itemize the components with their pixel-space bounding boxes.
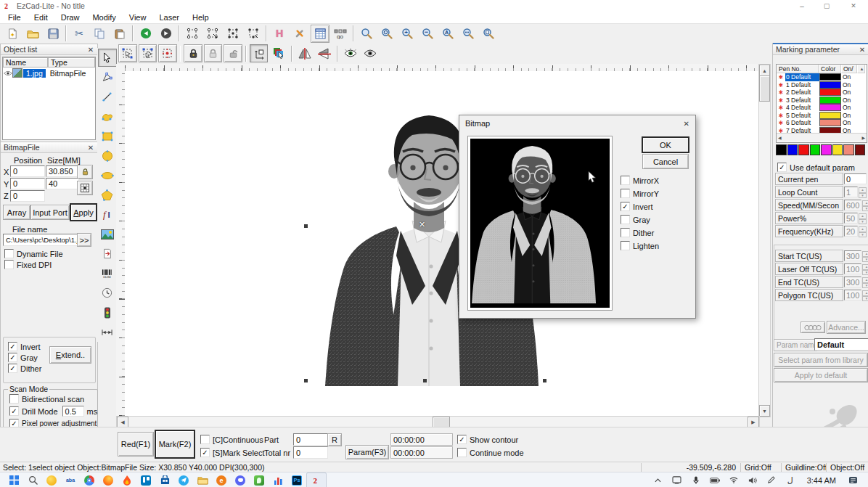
- ok-button[interactable]: OK: [642, 137, 689, 152]
- param-value-field[interactable]: 300: [844, 250, 861, 261]
- param-name-field[interactable]: Default: [814, 338, 868, 351]
- trello-icon[interactable]: [136, 473, 155, 487]
- color-swatch[interactable]: [855, 144, 866, 155]
- spinner[interactable]: ▲▼: [862, 251, 868, 261]
- y-position-field[interactable]: 0: [10, 178, 45, 189]
- selection-handle[interactable]: [304, 224, 308, 228]
- pen-row[interactable]: ∗ 4 Default On: [777, 104, 867, 112]
- show-contour-checkbox[interactable]: [457, 435, 467, 444]
- color-swatch[interactable]: [787, 144, 798, 155]
- continue-mode-checkbox[interactable]: [457, 448, 467, 457]
- lock-dark-icon[interactable]: [184, 44, 202, 62]
- cancel-button[interactable]: Cancel: [642, 154, 689, 169]
- zoom-icon[interactable]: [357, 25, 376, 43]
- select-tool[interactable]: [98, 49, 117, 67]
- object-list-row[interactable]: 1.jpg BitmapFile: [3, 67, 95, 78]
- advance-button[interactable]: Advance...: [827, 321, 866, 334]
- color-swatch[interactable]: [810, 144, 821, 155]
- pen-row[interactable]: ∗ 3 Default On: [777, 97, 867, 105]
- undo-icon[interactable]: [136, 25, 155, 43]
- minimize-button[interactable]: –: [790, 0, 814, 12]
- scroll-up-arrow[interactable]: ▲: [759, 65, 770, 76]
- drill-time-field[interactable]: 0.5: [62, 406, 84, 417]
- col-pen-no[interactable]: Pen No.: [777, 65, 819, 73]
- select-param-library-button[interactable]: Select param from library: [774, 353, 868, 367]
- selection-handle[interactable]: [423, 379, 427, 382]
- ellipse-tool[interactable]: [98, 166, 117, 184]
- option-checkbox[interactable]: [621, 215, 630, 224]
- spinner[interactable]: ▲▼: [862, 290, 868, 300]
- mirror-x-icon[interactable]: [295, 44, 314, 62]
- option-checkbox[interactable]: [621, 202, 630, 211]
- param-value-field[interactable]: 100: [844, 263, 861, 274]
- table-icon[interactable]: [311, 25, 329, 43]
- file-path-field[interactable]: C:\Users\pc\Desktop\1.jp: [3, 234, 80, 246]
- param-value-field[interactable]: 0: [844, 173, 867, 184]
- menu-item[interactable]: Draw: [54, 12, 86, 23]
- mirror-y-icon[interactable]: [315, 44, 334, 62]
- app-chart-icon[interactable]: [269, 473, 287, 487]
- color-swatch[interactable]: [821, 144, 832, 155]
- ungroup-icon[interactable]: [203, 25, 222, 43]
- chevron-up-icon[interactable]: [649, 473, 668, 487]
- menu-item[interactable]: Modify: [86, 12, 122, 23]
- tools-icon[interactable]: [290, 25, 309, 43]
- file-explorer-icon[interactable]: [193, 473, 212, 487]
- pen-scroll-left[interactable]: ◀: [777, 135, 782, 140]
- app-eitaa-icon[interactable]: e: [212, 473, 231, 487]
- scroll-left-arrow[interactable]: ◀: [117, 417, 128, 427]
- param-value-field[interactable]: 600: [844, 200, 861, 210]
- close-icon[interactable]: ✕: [858, 46, 867, 54]
- save-icon[interactable]: [44, 25, 62, 43]
- ezcad-taskbar-icon[interactable]: 2: [306, 472, 327, 487]
- telegram-icon[interactable]: [174, 473, 193, 487]
- circle-tool[interactable]: [98, 147, 117, 165]
- pen-row[interactable]: ∗ 7 Default On: [777, 127, 867, 134]
- drill-mode-checkbox[interactable]: [9, 406, 19, 416]
- y-size-field[interactable]: 40: [46, 178, 79, 189]
- vertical-scrollbar[interactable]: ▲ ▼: [758, 64, 771, 417]
- color-swatch[interactable]: [798, 144, 809, 155]
- bidirectional-checkbox[interactable]: [9, 394, 19, 404]
- pen-icon[interactable]: [762, 473, 781, 487]
- bitmapfile-header[interactable]: BitmapFile ✕: [1, 142, 97, 153]
- color-swatch[interactable]: [776, 144, 787, 155]
- ms-store-icon[interactable]: [155, 473, 174, 487]
- battery-icon[interactable]: [705, 473, 724, 487]
- object-list-col-name[interactable]: Name: [3, 57, 48, 67]
- horizontal-scroll-thumb[interactable]: [433, 417, 450, 427]
- menu-item[interactable]: File: [1, 12, 28, 23]
- pen-row[interactable]: ∗ 2 Default On: [777, 89, 867, 97]
- close-icon[interactable]: ✕: [86, 144, 95, 152]
- part-count-field[interactable]: 0: [293, 433, 328, 446]
- mark-f2-button[interactable]: Mark(F2): [155, 430, 195, 458]
- visibility-eye-icon[interactable]: [3, 70, 12, 77]
- redo-icon[interactable]: [157, 25, 176, 43]
- param-value-field[interactable]: 300: [844, 277, 861, 287]
- col-on[interactable]: On/: [841, 65, 857, 73]
- delay-tool[interactable]: [98, 284, 117, 302]
- close-button[interactable]: ✕: [839, 0, 868, 12]
- param-value-field[interactable]: 1: [844, 187, 858, 197]
- object-list-header[interactable]: Object list ✕: [1, 44, 97, 55]
- maximize-button[interactable]: ▢: [814, 0, 839, 12]
- io-tool[interactable]: [98, 303, 117, 322]
- input-port-button[interactable]: Input Port: [30, 205, 70, 220]
- paste-icon[interactable]: [110, 25, 129, 43]
- fixed-dpi-checkbox[interactable]: [4, 260, 14, 269]
- total-count-field[interactable]: 0: [293, 446, 328, 459]
- copy-icon[interactable]: [90, 25, 109, 43]
- invert-checkbox[interactable]: [8, 342, 17, 351]
- zoom-select-icon[interactable]: [459, 25, 478, 43]
- search-icon[interactable]: [23, 473, 42, 487]
- aspect-lock-button[interactable]: [77, 165, 93, 179]
- lock-gray-icon[interactable]: [224, 44, 242, 62]
- rotation-center-mark[interactable]: ✕: [419, 220, 425, 229]
- pen-scroll-up[interactable]: ▲: [857, 65, 865, 73]
- mic-icon[interactable]: [687, 473, 705, 487]
- array-button[interactable]: Array: [3, 205, 30, 220]
- spinner[interactable]: ▲▼: [859, 226, 867, 236]
- selection-handle[interactable]: [543, 379, 546, 382]
- curve-tool[interactable]: [98, 107, 117, 126]
- status-object[interactable]: Object:Off: [826, 463, 868, 472]
